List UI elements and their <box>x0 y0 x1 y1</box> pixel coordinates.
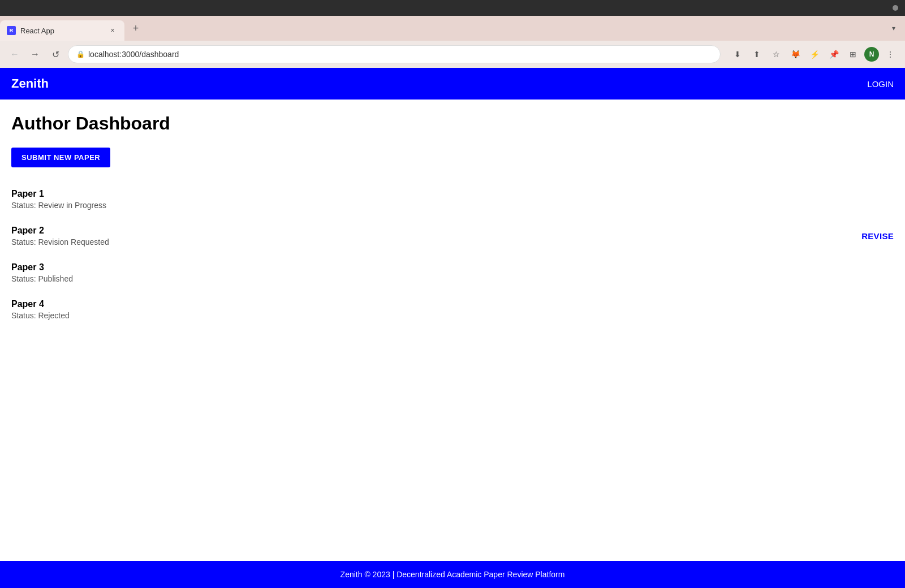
browser-titlebar <box>0 0 905 16</box>
extension2-icon[interactable]: ⚡ <box>807 46 822 62</box>
submit-new-paper-button[interactable]: SUBMIT NEW PAPER <box>11 148 110 167</box>
tab-title: React App <box>20 27 54 35</box>
grid-icon[interactable]: ⊞ <box>845 46 861 62</box>
lock-icon: 🔒 <box>76 50 85 58</box>
main-content: Author Dashboard SUBMIT NEW PAPER Paper … <box>0 100 905 561</box>
paper-3-title: Paper 3 <box>11 262 73 273</box>
navbar: Zenith LOGIN <box>0 68 905 100</box>
reload-button[interactable]: ↺ <box>48 46 63 62</box>
browser-action-buttons: ⬇ ⬆ ☆ 🦊 ⚡ 📌 ⊞ N ⋮ <box>730 46 898 62</box>
paper-1-info: Paper 1 Status: Review in Progress <box>11 189 106 210</box>
paper-item-3: Paper 3 Status: Published <box>11 254 894 291</box>
new-tab-button[interactable]: + <box>127 19 145 37</box>
tab-favicon: R <box>7 26 16 35</box>
paper-2-status: Status: Revision Requested <box>11 237 109 247</box>
share-icon[interactable]: ⬆ <box>749 46 765 62</box>
download-icon[interactable]: ⬇ <box>730 46 745 62</box>
paper-4-info: Paper 4 Status: Rejected <box>11 299 70 320</box>
paper-list: Paper 1 Status: Review in Progress Paper… <box>11 181 894 328</box>
page-title: Author Dashboard <box>11 113 894 134</box>
app-wrapper: Zenith LOGIN Author Dashboard SUBMIT NEW… <box>0 68 905 588</box>
back-button[interactable]: ← <box>7 46 23 62</box>
extension1-icon[interactable]: 🦊 <box>787 46 803 62</box>
paper-item-4: Paper 4 Status: Rejected <box>11 291 894 328</box>
paper-item-2: Paper 2 Status: Revision Requested REVIS… <box>11 218 894 254</box>
paper-1-status: Status: Review in Progress <box>11 201 106 210</box>
login-button[interactable]: LOGIN <box>867 79 894 89</box>
paper-4-status: Status: Rejected <box>11 311 70 320</box>
paper-2-title: Paper 2 <box>11 226 109 236</box>
profile-avatar[interactable]: N <box>864 47 879 62</box>
address-bar[interactable]: 🔒 localhost:3000/dashboard <box>68 45 721 63</box>
paper-4-title: Paper 4 <box>11 299 70 309</box>
tab-close-button[interactable]: × <box>107 25 118 36</box>
menu-icon[interactable]: ⋮ <box>882 46 898 62</box>
paper-item-1: Paper 1 Status: Review in Progress <box>11 181 894 218</box>
star-icon[interactable]: ☆ <box>768 46 784 62</box>
browser-addressbar: ← → ↺ 🔒 localhost:3000/dashboard ⬇ ⬆ ☆ 🦊… <box>0 41 905 68</box>
paper-3-info: Paper 3 Status: Published <box>11 262 73 283</box>
browser-tabs: R React App × + ▾ <box>0 16 905 41</box>
browser-tab-active[interactable]: R React App × <box>0 20 124 41</box>
tabs-dropdown-button[interactable]: ▾ <box>887 21 900 35</box>
footer-text: Zenith © 2023 | Decentralized Academic P… <box>341 570 565 579</box>
url-text: localhost:3000/dashboard <box>88 50 179 59</box>
paper-2-info: Paper 2 Status: Revision Requested <box>11 226 109 247</box>
pin-icon[interactable]: 📌 <box>826 46 842 62</box>
footer: Zenith © 2023 | Decentralized Academic P… <box>0 561 905 588</box>
browser-dot <box>893 5 898 11</box>
forward-button[interactable]: → <box>27 46 43 62</box>
paper-3-status: Status: Published <box>11 274 73 283</box>
navbar-brand: Zenith <box>11 76 49 91</box>
revise-button-paper-2[interactable]: REVISE <box>861 231 894 241</box>
paper-1-title: Paper 1 <box>11 189 106 199</box>
